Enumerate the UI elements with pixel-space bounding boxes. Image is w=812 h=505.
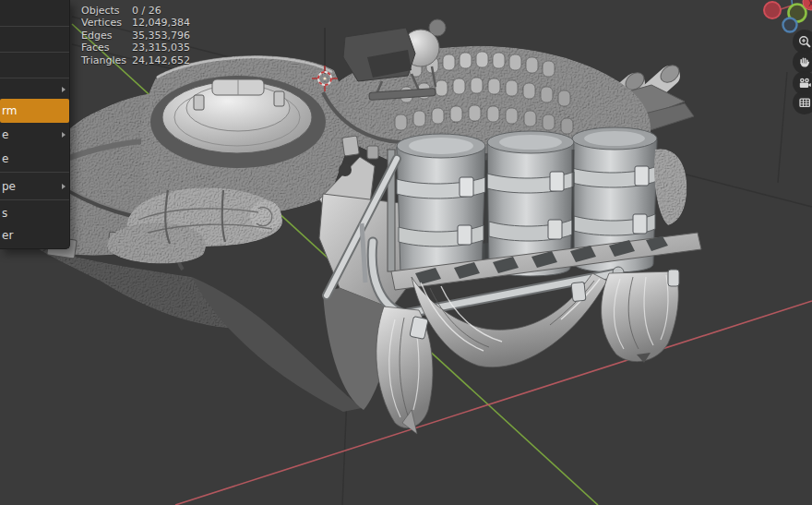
hatch-clasp	[194, 95, 204, 110]
stat-label: Edges	[81, 30, 132, 42]
stat-value: 12,049,384	[132, 17, 190, 29]
grid-icon	[798, 96, 811, 109]
menu-separator	[0, 52, 69, 53]
menu-item-highlighted[interactable]: rm	[0, 99, 69, 123]
gizmo-x-ball[interactable]	[764, 2, 781, 18]
submenu-arrow-icon	[62, 184, 66, 189]
blender-3d-viewport[interactable]: Objects 0 / 26 Vertices 12,049,384 Edges…	[0, 0, 812, 505]
stat-label: Objects	[81, 5, 132, 17]
cloth-lump	[654, 149, 687, 225]
stat-triangles: Triangles 24,142,652	[81, 54, 190, 66]
menu-item[interactable]: s	[0, 201, 69, 225]
stat-label: Faces	[81, 42, 132, 54]
bracket-hole	[339, 163, 352, 176]
magnifier-plus-icon	[798, 35, 811, 48]
scene-statistics-overlay: Objects 0 / 26 Vertices 12,049,384 Edges…	[81, 5, 190, 66]
fuel-drum-left	[397, 134, 485, 282]
stat-faces: Faces 23,315,035	[81, 42, 190, 54]
gizmo-z-ball[interactable]	[783, 18, 797, 32]
tank-model[interactable]	[31, 19, 701, 434]
menu-separator	[0, 78, 69, 78]
submenu-arrow-icon	[62, 87, 66, 92]
stat-edges: Edges 35,353,796	[81, 30, 190, 42]
stat-value: 0 / 26	[132, 5, 161, 17]
menu-item[interactable]: pe	[0, 174, 69, 198]
camera-icon	[798, 77, 811, 90]
menu-separator	[0, 172, 69, 173]
stat-vertices: Vertices 12,049,384	[81, 17, 190, 29]
menu-item[interactable]	[0, 2, 69, 25]
menu-item[interactable]: e	[0, 147, 69, 171]
stat-label: Vertices	[81, 17, 132, 29]
menu-separator	[0, 199, 69, 200]
hatch-clasp	[274, 91, 284, 106]
context-menu[interactable]: rm e e pe s er	[0, 0, 70, 249]
stat-label: Triangles	[81, 54, 132, 66]
periscope	[342, 136, 360, 156]
toggle-projection-button[interactable]	[793, 90, 812, 114]
hand-icon	[798, 55, 811, 68]
menu-item[interactable]	[0, 54, 69, 77]
submenu-arrow-icon	[62, 132, 66, 138]
stat-objects: Objects 0 / 26	[81, 5, 190, 17]
menu-item[interactable]	[0, 79, 69, 99]
menu-item[interactable]	[0, 28, 69, 51]
menu-separator	[0, 26, 69, 27]
stat-value: 24,142,652	[132, 54, 190, 66]
stat-value: 35,353,796	[132, 30, 190, 42]
menu-item[interactable]: e	[0, 123, 69, 147]
periscope	[367, 146, 378, 159]
gizmo-x-label: X	[808, 0, 812, 8]
stat-value: 23,315,035	[132, 42, 190, 54]
menu-item[interactable]: er	[0, 225, 69, 245]
viewport-scene	[0, 0, 812, 505]
